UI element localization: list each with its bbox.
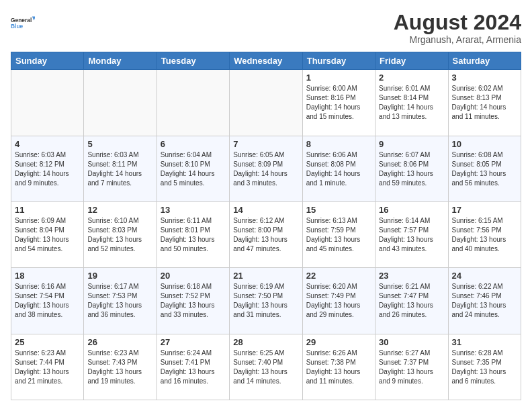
day-number: 21: [233, 271, 298, 281]
day-info: Sunrise: 6:05 AM Sunset: 8:09 PM Dayligh…: [233, 150, 298, 188]
day-info: Sunrise: 6:25 AM Sunset: 7:40 PM Dayligh…: [233, 349, 298, 386]
calendar-cell-w4-d1: 19Sunrise: 6:17 AM Sunset: 7:53 PM Dayli…: [84, 268, 157, 334]
calendar-cell-w2-d3: 7Sunrise: 6:05 AM Sunset: 8:09 PM Daylig…: [230, 136, 302, 201]
day-info: Sunrise: 6:14 AM Sunset: 7:57 PM Dayligh…: [379, 216, 444, 254]
day-number: 29: [306, 337, 371, 347]
calendar-week-1: 1Sunrise: 6:00 AM Sunset: 8:16 PM Daylig…: [11, 70, 521, 136]
calendar-cell-w1-d2: [157, 70, 229, 136]
calendar-cell-w4-d0: 18Sunrise: 6:16 AM Sunset: 7:54 PM Dayli…: [11, 268, 84, 334]
calendar-cell-w3-d6: 17Sunrise: 6:15 AM Sunset: 7:56 PM Dayli…: [448, 201, 521, 267]
day-number: 5: [87, 139, 152, 149]
header-sunday: Sunday: [11, 52, 84, 70]
header-saturday: Saturday: [448, 52, 521, 70]
day-number: 14: [233, 205, 298, 215]
header-monday: Monday: [84, 52, 157, 70]
title-block: August 2024 Mrganush, Ararat, Armenia: [394, 11, 521, 45]
day-number: 12: [87, 205, 152, 215]
calendar-cell-w4-d2: 20Sunrise: 6:18 AM Sunset: 7:52 PM Dayli…: [157, 268, 229, 334]
calendar-week-4: 18Sunrise: 6:16 AM Sunset: 7:54 PM Dayli…: [11, 268, 521, 334]
day-number: 26: [87, 337, 152, 347]
calendar-cell-w2-d4: 8Sunrise: 6:06 AM Sunset: 8:08 PM Daylig…: [302, 136, 375, 201]
day-info: Sunrise: 6:26 AM Sunset: 7:38 PM Dayligh…: [306, 349, 371, 386]
day-info: Sunrise: 6:20 AM Sunset: 7:49 PM Dayligh…: [306, 282, 371, 320]
calendar-table: Sunday Monday Tuesday Wednesday Thursday…: [11, 52, 521, 400]
calendar-week-3: 11Sunrise: 6:09 AM Sunset: 8:04 PM Dayli…: [11, 201, 521, 267]
day-info: Sunrise: 6:08 AM Sunset: 8:05 PM Dayligh…: [452, 150, 517, 188]
calendar-cell-w4-d6: 24Sunrise: 6:22 AM Sunset: 7:46 PM Dayli…: [448, 268, 521, 334]
svg-text:General: General: [11, 17, 32, 24]
calendar-cell-w1-d1: [84, 70, 157, 136]
day-info: Sunrise: 6:09 AM Sunset: 8:04 PM Dayligh…: [15, 216, 80, 254]
calendar-cell-w2-d2: 6Sunrise: 6:04 AM Sunset: 8:10 PM Daylig…: [157, 136, 229, 201]
day-number: 17: [452, 205, 517, 215]
calendar-week-2: 4Sunrise: 6:03 AM Sunset: 8:12 PM Daylig…: [11, 136, 521, 201]
subtitle: Mrganush, Ararat, Armenia: [394, 34, 521, 45]
day-number: 15: [306, 205, 371, 215]
day-info: Sunrise: 6:16 AM Sunset: 7:54 PM Dayligh…: [15, 282, 80, 320]
calendar-cell-w4-d4: 22Sunrise: 6:20 AM Sunset: 7:49 PM Dayli…: [302, 268, 375, 334]
calendar-cell-w4-d5: 23Sunrise: 6:21 AM Sunset: 7:47 PM Dayli…: [375, 268, 448, 334]
day-info: Sunrise: 6:23 AM Sunset: 7:44 PM Dayligh…: [15, 349, 80, 386]
day-number: 27: [161, 337, 226, 347]
calendar-cell-w2-d5: 9Sunrise: 6:07 AM Sunset: 8:06 PM Daylig…: [375, 136, 448, 201]
day-number: 1: [306, 73, 371, 83]
calendar-cell-w3-d3: 14Sunrise: 6:12 AM Sunset: 8:00 PM Dayli…: [230, 201, 302, 267]
day-number: 16: [379, 205, 444, 215]
day-number: 20: [161, 271, 226, 281]
page: General Blue August 2024 Mrganush, Arara…: [0, 0, 532, 411]
calendar-cell-w3-d4: 15Sunrise: 6:13 AM Sunset: 7:59 PM Dayli…: [302, 201, 375, 267]
day-info: Sunrise: 6:03 AM Sunset: 8:12 PM Dayligh…: [15, 150, 80, 188]
calendar-cell-w3-d5: 16Sunrise: 6:14 AM Sunset: 7:57 PM Dayli…: [375, 201, 448, 267]
day-number: 6: [161, 139, 226, 149]
day-number: 4: [15, 139, 80, 149]
day-number: 25: [15, 337, 80, 347]
day-info: Sunrise: 6:02 AM Sunset: 8:13 PM Dayligh…: [452, 84, 517, 122]
day-number: 30: [379, 337, 444, 347]
calendar-cell-w1-d3: [230, 70, 302, 136]
calendar-cell-w5-d4: 29Sunrise: 6:26 AM Sunset: 7:38 PM Dayli…: [302, 334, 375, 400]
day-info: Sunrise: 6:10 AM Sunset: 8:03 PM Dayligh…: [87, 216, 152, 254]
day-info: Sunrise: 6:23 AM Sunset: 7:43 PM Dayligh…: [87, 349, 152, 386]
day-number: 3: [452, 73, 517, 83]
day-info: Sunrise: 6:18 AM Sunset: 7:52 PM Dayligh…: [161, 282, 226, 320]
day-info: Sunrise: 6:17 AM Sunset: 7:53 PM Dayligh…: [87, 282, 152, 320]
day-info: Sunrise: 6:04 AM Sunset: 8:10 PM Dayligh…: [161, 150, 226, 188]
calendar-cell-w5-d5: 30Sunrise: 6:27 AM Sunset: 7:37 PM Dayli…: [375, 334, 448, 400]
calendar-cell-w5-d2: 27Sunrise: 6:24 AM Sunset: 7:41 PM Dayli…: [157, 334, 229, 400]
header-wednesday: Wednesday: [230, 52, 302, 70]
calendar-cell-w5-d1: 26Sunrise: 6:23 AM Sunset: 7:43 PM Dayli…: [84, 334, 157, 400]
calendar-cell-w1-d4: 1Sunrise: 6:00 AM Sunset: 8:16 PM Daylig…: [302, 70, 375, 136]
calendar-week-5: 25Sunrise: 6:23 AM Sunset: 7:44 PM Dayli…: [11, 334, 521, 400]
header-tuesday: Tuesday: [157, 52, 229, 70]
day-info: Sunrise: 6:13 AM Sunset: 7:59 PM Dayligh…: [306, 216, 371, 254]
svg-marker-2: [32, 16, 35, 20]
day-number: 11: [15, 205, 80, 215]
calendar-cell-w5-d0: 25Sunrise: 6:23 AM Sunset: 7:44 PM Dayli…: [11, 334, 84, 400]
day-info: Sunrise: 6:01 AM Sunset: 8:14 PM Dayligh…: [379, 84, 444, 122]
calendar-cell-w1-d6: 3Sunrise: 6:02 AM Sunset: 8:13 PM Daylig…: [448, 70, 521, 136]
day-info: Sunrise: 6:03 AM Sunset: 8:11 PM Dayligh…: [87, 150, 152, 188]
day-info: Sunrise: 6:06 AM Sunset: 8:08 PM Dayligh…: [306, 150, 371, 188]
day-info: Sunrise: 6:22 AM Sunset: 7:46 PM Dayligh…: [452, 282, 517, 320]
day-info: Sunrise: 6:28 AM Sunset: 7:35 PM Dayligh…: [452, 349, 517, 386]
calendar-cell-w3-d2: 13Sunrise: 6:11 AM Sunset: 8:01 PM Dayli…: [157, 201, 229, 267]
header-thursday: Thursday: [302, 52, 375, 70]
calendar-cell-w3-d0: 11Sunrise: 6:09 AM Sunset: 8:04 PM Dayli…: [11, 201, 84, 267]
day-number: 24: [452, 271, 517, 281]
day-number: 2: [379, 73, 444, 83]
day-info: Sunrise: 6:12 AM Sunset: 8:00 PM Dayligh…: [233, 216, 298, 254]
day-number: 28: [233, 337, 298, 347]
day-number: 19: [87, 271, 152, 281]
calendar-cell-w1-d5: 2Sunrise: 6:01 AM Sunset: 8:14 PM Daylig…: [375, 70, 448, 136]
calendar-cell-w4-d3: 21Sunrise: 6:19 AM Sunset: 7:50 PM Dayli…: [230, 268, 302, 334]
header-friday: Friday: [375, 52, 448, 70]
day-number: 23: [379, 271, 444, 281]
calendar-cell-w2-d6: 10Sunrise: 6:08 AM Sunset: 8:05 PM Dayli…: [448, 136, 521, 201]
day-number: 10: [452, 139, 517, 149]
day-number: 7: [233, 139, 298, 149]
logo: General Blue: [11, 11, 35, 35]
day-number: 9: [379, 139, 444, 149]
main-title: August 2024: [394, 11, 521, 34]
day-number: 13: [161, 205, 226, 215]
day-info: Sunrise: 6:27 AM Sunset: 7:37 PM Dayligh…: [379, 349, 444, 386]
